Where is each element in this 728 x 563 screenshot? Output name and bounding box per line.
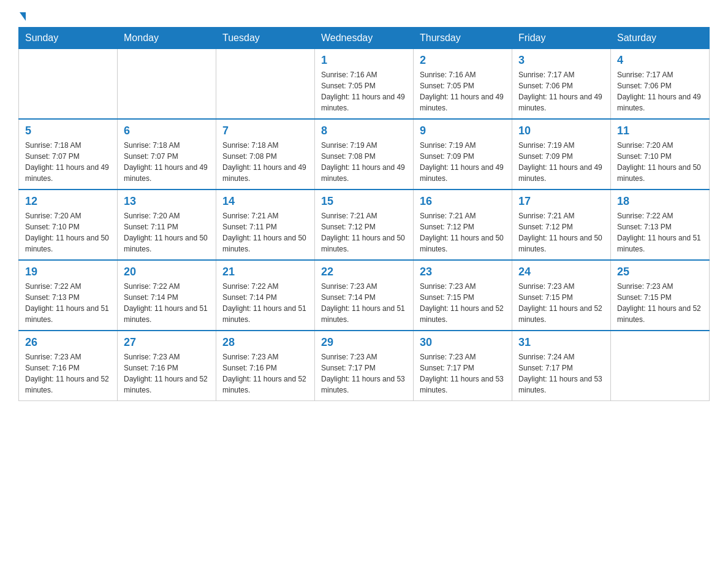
day-info: Sunrise: 7:23 AMSunset: 7:16 PMDaylight:… [222,351,308,396]
day-info: Sunrise: 7:20 AMSunset: 7:10 PMDaylight:… [25,210,111,255]
calendar-cell: 25Sunrise: 7:23 AMSunset: 7:15 PMDayligh… [611,260,710,331]
calendar-cell: 29Sunrise: 7:23 AMSunset: 7:17 PMDayligh… [315,331,414,401]
calendar-cell: 4Sunrise: 7:17 AMSunset: 7:06 PMDaylight… [611,49,710,120]
calendar-cell: 15Sunrise: 7:21 AMSunset: 7:12 PMDayligh… [315,190,414,260]
calendar-cell: 17Sunrise: 7:21 AMSunset: 7:12 PMDayligh… [512,190,611,260]
page-header [18,12,710,21]
calendar-cell: 10Sunrise: 7:19 AMSunset: 7:09 PMDayligh… [512,119,611,190]
day-number: 30 [420,336,506,349]
day-info: Sunrise: 7:22 AMSunset: 7:14 PMDaylight:… [222,281,308,325]
day-number: 17 [518,195,604,208]
day-info: Sunrise: 7:19 AMSunset: 7:09 PMDaylight:… [518,140,604,184]
day-info: Sunrise: 7:19 AMSunset: 7:08 PMDaylight:… [321,140,407,184]
day-info: Sunrise: 7:18 AMSunset: 7:07 PMDaylight:… [124,140,210,184]
header-friday: Friday [512,28,611,49]
day-info: Sunrise: 7:16 AMSunset: 7:05 PMDaylight:… [420,69,506,113]
day-info: Sunrise: 7:23 AMSunset: 7:14 PMDaylight:… [321,281,407,325]
header-wednesday: Wednesday [315,28,414,49]
day-info: Sunrise: 7:24 AMSunset: 7:17 PMDaylight:… [518,351,604,396]
day-info: Sunrise: 7:22 AMSunset: 7:13 PMDaylight:… [25,281,111,325]
day-info: Sunrise: 7:21 AMSunset: 7:12 PMDaylight:… [321,210,407,255]
day-info: Sunrise: 7:20 AMSunset: 7:11 PMDaylight:… [124,210,210,255]
day-info: Sunrise: 7:17 AMSunset: 7:06 PMDaylight:… [617,69,703,113]
day-number: 4 [617,54,703,67]
calendar-week-row: 12Sunrise: 7:20 AMSunset: 7:10 PMDayligh… [19,190,710,260]
calendar-cell: 22Sunrise: 7:23 AMSunset: 7:14 PMDayligh… [315,260,414,331]
day-number: 5 [25,124,111,137]
calendar-cell: 16Sunrise: 7:21 AMSunset: 7:12 PMDayligh… [414,190,512,260]
day-number: 9 [420,124,506,137]
calendar-week-row: 5Sunrise: 7:18 AMSunset: 7:07 PMDaylight… [19,119,710,190]
day-info: Sunrise: 7:16 AMSunset: 7:05 PMDaylight:… [321,69,407,113]
calendar-cell: 5Sunrise: 7:18 AMSunset: 7:07 PMDaylight… [19,119,118,190]
calendar-week-row: 1Sunrise: 7:16 AMSunset: 7:05 PMDaylight… [19,49,710,120]
day-number: 10 [518,124,604,137]
calendar-cell: 18Sunrise: 7:22 AMSunset: 7:13 PMDayligh… [611,190,710,260]
calendar-cell: 1Sunrise: 7:16 AMSunset: 7:05 PMDaylight… [315,49,414,120]
day-number: 24 [518,266,604,278]
day-number: 22 [321,266,407,278]
calendar-cell [611,331,710,401]
calendar-cell: 3Sunrise: 7:17 AMSunset: 7:06 PMDaylight… [512,49,611,120]
day-number: 29 [321,336,407,349]
calendar-cell: 11Sunrise: 7:20 AMSunset: 7:10 PMDayligh… [611,119,710,190]
calendar-cell: 12Sunrise: 7:20 AMSunset: 7:10 PMDayligh… [19,190,118,260]
calendar-cell [216,49,315,120]
day-info: Sunrise: 7:23 AMSunset: 7:15 PMDaylight:… [617,281,703,325]
day-number: 28 [222,336,308,349]
header-sunday: Sunday [19,28,118,49]
day-info: Sunrise: 7:23 AMSunset: 7:16 PMDaylight:… [25,351,111,396]
calendar-week-row: 19Sunrise: 7:22 AMSunset: 7:13 PMDayligh… [19,260,710,331]
day-number: 13 [124,195,210,208]
day-info: Sunrise: 7:23 AMSunset: 7:17 PMDaylight:… [321,351,407,396]
day-info: Sunrise: 7:23 AMSunset: 7:16 PMDaylight:… [124,351,210,396]
day-info: Sunrise: 7:21 AMSunset: 7:11 PMDaylight:… [222,210,308,255]
calendar-cell: 13Sunrise: 7:20 AMSunset: 7:11 PMDayligh… [118,190,216,260]
header-tuesday: Tuesday [216,28,315,49]
day-number: 2 [420,54,506,67]
calendar-cell: 23Sunrise: 7:23 AMSunset: 7:15 PMDayligh… [414,260,512,331]
day-number: 26 [25,336,111,349]
day-info: Sunrise: 7:21 AMSunset: 7:12 PMDaylight:… [518,210,604,255]
calendar-cell [118,49,216,120]
day-number: 8 [321,124,407,137]
day-info: Sunrise: 7:23 AMSunset: 7:17 PMDaylight:… [420,351,506,396]
day-info: Sunrise: 7:23 AMSunset: 7:15 PMDaylight:… [420,281,506,325]
calendar-cell: 31Sunrise: 7:24 AMSunset: 7:17 PMDayligh… [512,331,611,401]
calendar-cell: 8Sunrise: 7:19 AMSunset: 7:08 PMDaylight… [315,119,414,190]
calendar-cell: 9Sunrise: 7:19 AMSunset: 7:09 PMDaylight… [414,119,512,190]
day-info: Sunrise: 7:17 AMSunset: 7:06 PMDaylight:… [518,69,604,113]
day-number: 7 [222,124,308,137]
day-number: 18 [617,195,703,208]
calendar-cell: 24Sunrise: 7:23 AMSunset: 7:15 PMDayligh… [512,260,611,331]
day-number: 21 [222,266,308,278]
day-number: 14 [222,195,308,208]
day-number: 1 [321,54,407,67]
day-info: Sunrise: 7:19 AMSunset: 7:09 PMDaylight:… [420,140,506,184]
day-number: 23 [420,266,506,278]
calendar-cell: 14Sunrise: 7:21 AMSunset: 7:11 PMDayligh… [216,190,315,260]
day-number: 6 [124,124,210,137]
day-number: 11 [617,124,703,137]
day-info: Sunrise: 7:18 AMSunset: 7:07 PMDaylight:… [25,140,111,184]
day-info: Sunrise: 7:22 AMSunset: 7:14 PMDaylight:… [124,281,210,325]
calendar-cell [19,49,118,120]
day-info: Sunrise: 7:20 AMSunset: 7:10 PMDaylight:… [617,140,703,184]
calendar-cell: 20Sunrise: 7:22 AMSunset: 7:14 PMDayligh… [118,260,216,331]
calendar-cell: 26Sunrise: 7:23 AMSunset: 7:16 PMDayligh… [19,331,118,401]
calendar-cell: 19Sunrise: 7:22 AMSunset: 7:13 PMDayligh… [19,260,118,331]
day-info: Sunrise: 7:22 AMSunset: 7:13 PMDaylight:… [617,210,703,255]
day-number: 19 [25,266,111,278]
day-info: Sunrise: 7:21 AMSunset: 7:12 PMDaylight:… [420,210,506,255]
calendar-table: SundayMondayTuesdayWednesdayThursdayFrid… [18,27,710,401]
logo [18,12,26,21]
header-saturday: Saturday [611,28,710,49]
header-monday: Monday [118,28,216,49]
day-number: 16 [420,195,506,208]
calendar-cell: 21Sunrise: 7:22 AMSunset: 7:14 PMDayligh… [216,260,315,331]
calendar-header-row: SundayMondayTuesdayWednesdayThursdayFrid… [19,28,710,49]
calendar-week-row: 26Sunrise: 7:23 AMSunset: 7:16 PMDayligh… [19,331,710,401]
calendar-cell: 27Sunrise: 7:23 AMSunset: 7:16 PMDayligh… [118,331,216,401]
calendar-cell: 28Sunrise: 7:23 AMSunset: 7:16 PMDayligh… [216,331,315,401]
day-info: Sunrise: 7:23 AMSunset: 7:15 PMDaylight:… [518,281,604,325]
